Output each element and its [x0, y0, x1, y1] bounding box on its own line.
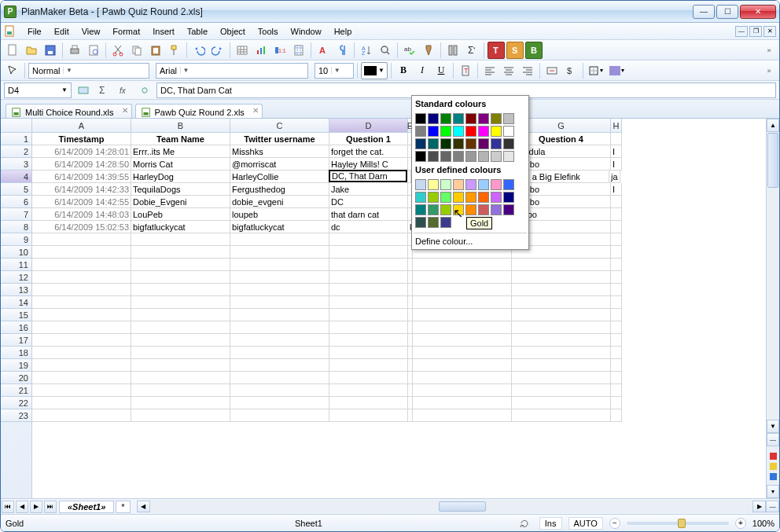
cell[interactable]: Hayley Mills! C: [329, 158, 408, 171]
color-swatch[interactable]: [465, 192, 476, 203]
font-combo[interactable]: Arial▼: [156, 63, 308, 79]
color-swatch[interactable]: [415, 204, 426, 215]
cell[interactable]: [32, 384, 131, 397]
cell[interactable]: [32, 271, 131, 284]
cell[interactable]: 6/14/2009 14:39:55: [32, 171, 131, 183]
cell[interactable]: [32, 397, 131, 409]
object-icon[interactable]: B: [525, 42, 543, 59]
cell[interactable]: Question 1: [329, 133, 408, 145]
cell[interactable]: [611, 246, 622, 259]
cell[interactable]: [230, 372, 329, 384]
cell[interactable]: [512, 359, 611, 372]
hscroll-split-button[interactable]: —: [766, 501, 779, 512]
style-combo[interactable]: Normal▼: [28, 63, 149, 79]
col-header[interactable]: C: [230, 119, 329, 133]
cell[interactable]: Errr..its Me: [131, 145, 230, 158]
cell[interactable]: Morris Cat: [131, 158, 230, 171]
doc-restore-button[interactable]: ❐: [749, 26, 762, 37]
align-left-button[interactable]: [481, 62, 499, 79]
char-format-icon[interactable]: A: [315, 42, 332, 59]
sheet-add-button[interactable]: *: [116, 501, 130, 513]
color-swatch[interactable]: [440, 126, 451, 137]
copy-icon[interactable]: [128, 42, 145, 59]
color-swatch[interactable]: [478, 151, 489, 162]
cell[interactable]: [611, 259, 622, 271]
cell[interactable]: [512, 259, 611, 271]
row-header[interactable]: 4: [1, 171, 32, 183]
cell[interactable]: [329, 309, 408, 321]
currency-icon[interactable]: $: [562, 62, 579, 79]
scroll-split-button[interactable]: —: [767, 433, 779, 446]
cell[interactable]: 6/14/2009 14:28:01: [32, 145, 131, 158]
row-header[interactable]: 16: [1, 321, 32, 334]
cell[interactable]: DC: [329, 196, 408, 208]
column-icon[interactable]: [444, 42, 462, 59]
cell[interactable]: LouPeb: [131, 208, 230, 221]
color-swatch[interactable]: [440, 113, 451, 124]
cell[interactable]: [131, 246, 230, 259]
cell[interactable]: [32, 359, 131, 372]
cell[interactable]: [413, 309, 512, 321]
doc-close-button[interactable]: ✕: [763, 26, 776, 37]
cell[interactable]: [230, 233, 329, 246]
toolbar-overflow-icon[interactable]: »: [762, 43, 776, 57]
scroll-up-button[interactable]: ▲: [767, 119, 779, 132]
color-swatch[interactable]: [465, 179, 476, 190]
horizontal-scrollbar[interactable]: ◀ ▶ —: [137, 500, 779, 513]
cell[interactable]: [131, 372, 230, 384]
row-header[interactable]: 14: [1, 296, 32, 309]
doc-tab[interactable]: Multi Choice Round.xls✕: [6, 104, 132, 118]
color-swatch[interactable]: [491, 138, 502, 149]
sheet-first-button[interactable]: ⏮: [2, 501, 14, 513]
row-header[interactable]: 11: [1, 259, 32, 271]
cell[interactable]: Jake: [329, 183, 408, 196]
align-center-button[interactable]: [500, 62, 517, 79]
color-swatch[interactable]: [428, 204, 439, 215]
sheet-prev-button[interactable]: ◀: [16, 501, 28, 513]
color-swatch[interactable]: [478, 126, 489, 137]
color-swatch[interactable]: [465, 151, 476, 162]
color-swatch[interactable]: [491, 192, 502, 203]
cell[interactable]: 6/14/2009 14:42:33: [32, 183, 131, 196]
color-swatch[interactable]: [440, 138, 451, 149]
color-swatch[interactable]: [453, 179, 464, 190]
close-button[interactable]: ✕: [740, 5, 776, 19]
menu-view[interactable]: View: [75, 25, 107, 38]
cell[interactable]: [329, 296, 408, 309]
size-combo[interactable]: 10▼: [315, 63, 354, 79]
color-swatch[interactable]: [415, 138, 426, 149]
cell[interactable]: [512, 296, 611, 309]
menu-edit[interactable]: Edit: [48, 25, 75, 38]
cell[interactable]: [512, 284, 611, 296]
cell[interactable]: [131, 309, 230, 321]
cell[interactable]: [611, 359, 622, 372]
col-header[interactable]: B: [131, 119, 230, 133]
color-swatch[interactable]: [491, 151, 502, 162]
spell-icon[interactable]: ab: [401, 42, 418, 59]
cell[interactable]: [32, 347, 131, 359]
cell[interactable]: [611, 321, 622, 334]
color-swatch[interactable]: [428, 179, 439, 190]
color-swatch[interactable]: [453, 138, 464, 149]
fill-color-button[interactable]: ▼: [361, 62, 388, 79]
color-swatch[interactable]: [503, 192, 514, 203]
color-swatch[interactable]: [503, 179, 514, 190]
cell[interactable]: [230, 321, 329, 334]
cell[interactable]: HarleyDog: [131, 171, 230, 183]
cell[interactable]: [32, 309, 131, 321]
scroll-down-button[interactable]: ▼: [767, 420, 779, 433]
cell[interactable]: [230, 409, 329, 422]
cell[interactable]: [131, 284, 230, 296]
cell[interactable]: [611, 334, 622, 347]
cell[interactable]: 6/14/2009 14:42:55: [32, 196, 131, 208]
borders-button[interactable]: ▾: [587, 62, 604, 79]
row-header[interactable]: 10: [1, 246, 32, 259]
sheet-tab[interactable]: «Sheet1»: [59, 501, 114, 513]
cell[interactable]: dc: [329, 221, 408, 233]
cell-reference-box[interactable]: D4▼: [4, 83, 72, 98]
cell[interactable]: [230, 384, 329, 397]
italic-button[interactable]: I: [414, 62, 431, 79]
row-header[interactable]: 7: [1, 208, 32, 221]
link-icon[interactable]: [136, 82, 153, 99]
cell[interactable]: I: [611, 183, 622, 196]
